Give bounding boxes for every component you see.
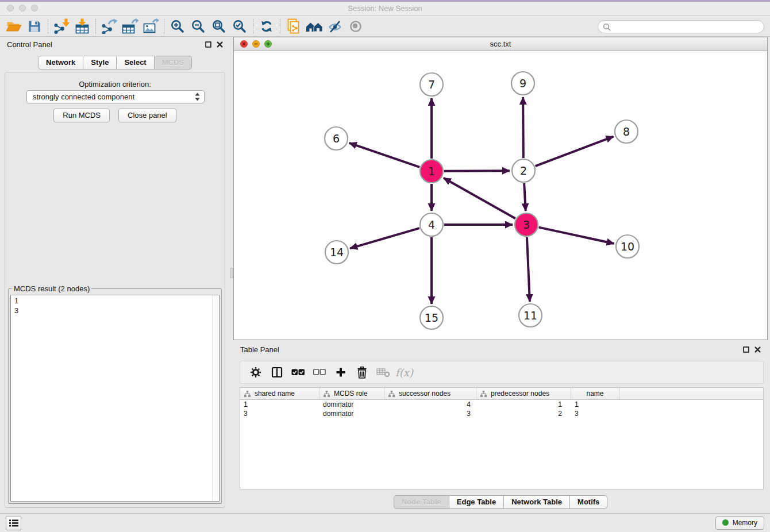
graph-node-7[interactable]: 7 (420, 73, 443, 96)
graph-edge-3-10[interactable] (539, 228, 614, 244)
main-toolbar (0, 16, 770, 37)
toolbar-separator (48, 19, 48, 34)
deselect-all-columns-button[interactable] (309, 362, 330, 383)
table-cell[interactable]: 3 (384, 410, 476, 418)
import-table-icon (74, 18, 91, 34)
select-all-columns-button[interactable] (287, 362, 309, 383)
table-settings-button[interactable] (245, 362, 266, 383)
tab-edge-table[interactable]: Edge Table (449, 495, 504, 509)
zoom-in-button[interactable] (167, 17, 188, 36)
graph-node-2[interactable]: 2 (512, 159, 535, 182)
graph-edge-2-8[interactable] (536, 137, 614, 167)
export-image-button[interactable] (140, 17, 161, 36)
zoom-fit-button[interactable] (209, 17, 229, 36)
graph-edge-1-6[interactable] (349, 143, 419, 167)
tab-motifs[interactable]: Motifs (570, 495, 607, 509)
export-table-button[interactable] (120, 17, 140, 36)
run-mcds-button[interactable]: Run MCDS (53, 109, 110, 122)
zoom-glyph-icon (266, 42, 270, 46)
show-panel-button[interactable] (345, 17, 366, 36)
tab-network-table[interactable]: Network Table (504, 495, 570, 509)
graph-node-15[interactable]: 15 (420, 306, 443, 329)
mcds-result-text[interactable]: 1 3 (10, 295, 220, 502)
clipboard-network-button[interactable] (283, 17, 304, 36)
tab-node-table[interactable]: Node Table (394, 495, 449, 509)
column-type-icon (324, 391, 330, 397)
tab-style[interactable]: Style (83, 56, 117, 70)
column-layout-button[interactable] (266, 362, 287, 383)
tab-select[interactable]: Select (117, 56, 154, 70)
float-table-panel-button[interactable] (743, 346, 749, 353)
open-file-button[interactable] (3, 17, 24, 36)
node-label: 3 (523, 218, 530, 231)
table-tabs: Node TableEdge TableNetwork TableMotifs (233, 495, 768, 509)
close-panel-icon-button[interactable] (217, 41, 223, 48)
delete-table-button[interactable] (372, 362, 394, 383)
graph-node-3[interactable]: 3 (515, 213, 538, 236)
close-table-panel-button[interactable] (754, 346, 761, 353)
import-table-button[interactable] (72, 17, 93, 36)
column-header-label: shared name (255, 390, 295, 398)
graph-node-4[interactable]: 4 (420, 213, 443, 236)
network-zoom-button[interactable] (264, 40, 272, 48)
zoom-selected-button[interactable] (229, 17, 250, 36)
table-cell[interactable]: dominator (319, 410, 384, 418)
table-cell[interactable]: 3 (240, 410, 319, 418)
export-network-button[interactable] (99, 17, 120, 36)
table-cell[interactable]: dominator (319, 400, 384, 408)
column-header-name[interactable]: name (571, 388, 619, 399)
graph-edge-3-1[interactable] (444, 178, 515, 218)
trash-icon (357, 367, 367, 379)
panel-list-button[interactable] (6, 516, 21, 530)
table-cell[interactable]: 4 (384, 400, 476, 408)
criterion-select[interactable]: strongly connected component (26, 90, 205, 103)
table-row[interactable]: 1dominator411 (240, 400, 763, 409)
tab-network[interactable]: Network (38, 56, 83, 70)
refresh-button[interactable] (256, 17, 277, 36)
network-close-button[interactable] (240, 40, 248, 48)
table-cell[interactable]: 1 (240, 400, 319, 408)
graph-edge-2-9[interactable] (523, 97, 523, 158)
column-header-mcds-role[interactable]: MCDS role (319, 388, 384, 399)
table-cell[interactable]: 2 (476, 410, 571, 418)
zoom-out-button[interactable] (188, 17, 209, 36)
graph-edge-3-11[interactable] (527, 237, 530, 302)
graph-node-10[interactable]: 10 (616, 235, 639, 258)
import-network-button[interactable] (51, 17, 72, 36)
result-scrollbar[interactable] (212, 296, 218, 500)
save-session-button[interactable] (24, 17, 45, 36)
column-header-predecessor-nodes[interactable]: predecessor nodes (476, 388, 571, 399)
hide-panel-button[interactable] (325, 17, 345, 36)
home-button[interactable] (304, 17, 325, 36)
function-builder-button[interactable]: f(x) (394, 362, 415, 383)
graph-edge-2-3[interactable] (524, 183, 526, 211)
graph-node-6[interactable]: 6 (325, 127, 348, 150)
graph-node-14[interactable]: 14 (325, 241, 348, 264)
graph-edge-4-14[interactable] (350, 228, 419, 248)
float-panel-button[interactable] (205, 41, 211, 48)
delete-table-icon (376, 367, 390, 377)
delete-column-button[interactable] (351, 362, 372, 383)
table-row[interactable]: 3dominator323 (240, 409, 763, 418)
search-input[interactable] (611, 22, 759, 31)
tab-mcds[interactable]: MCDS (155, 56, 192, 70)
table-cell[interactable]: 3 (571, 410, 619, 418)
toolbar-separator (280, 19, 280, 34)
graph-node-1[interactable]: 1 (420, 160, 443, 183)
graph-node-11[interactable]: 11 (519, 304, 542, 327)
close-panel-button[interactable]: Close panel (118, 109, 176, 122)
memory-button[interactable]: Memory (715, 516, 764, 530)
add-column-button[interactable] (330, 362, 351, 383)
gear-icon (250, 367, 261, 378)
column-header-successor-nodes[interactable]: successor nodes (384, 388, 476, 399)
network-minimize-button[interactable] (252, 40, 260, 48)
network-canvas[interactable]: 7968124314101511 (234, 51, 767, 340)
table-cell[interactable]: 1 (476, 400, 571, 408)
table-cell[interactable]: 1 (571, 400, 619, 408)
graph-edge-1-2[interactable] (444, 171, 510, 171)
toolbar-separator (95, 19, 96, 34)
network-window: scc.txt 7968124314101511 (233, 37, 768, 340)
graph-node-8[interactable]: 8 (615, 120, 638, 143)
graph-node-9[interactable]: 9 (511, 72, 534, 95)
column-header-shared-name[interactable]: shared name (240, 388, 319, 399)
